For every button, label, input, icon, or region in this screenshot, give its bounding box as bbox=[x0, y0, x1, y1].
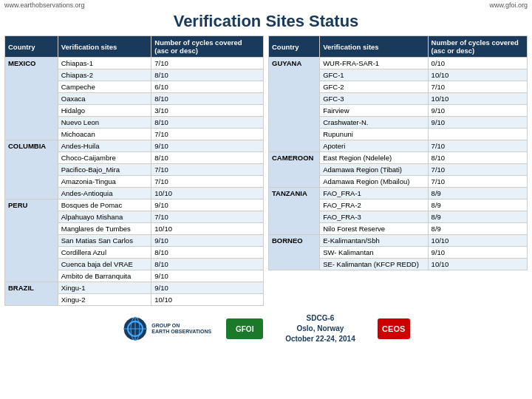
site-cell: Xingu-1 bbox=[58, 282, 151, 294]
cycles-cell: 8/10 bbox=[151, 117, 264, 129]
site-cell: Bosques de Pomac bbox=[58, 200, 151, 211]
country-cell: MEXICO bbox=[5, 58, 58, 140]
site-cell: East Region (Ndelele) bbox=[320, 152, 428, 164]
cycles-cell: 8/10 bbox=[151, 259, 264, 270]
site-cell: Pacifico-Bajo_Mira bbox=[58, 164, 151, 176]
cycles-cell: 9/10 bbox=[151, 282, 264, 294]
main-content: Country Verification sites Number of cyc… bbox=[0, 35, 532, 306]
site-cell: WUR-FRA-SAR-1 bbox=[320, 58, 428, 69]
site-cell: San Matias San Carlos bbox=[58, 235, 151, 247]
cycles-cell: 9/10 bbox=[428, 105, 527, 117]
site-cell: Chiapas-2 bbox=[58, 69, 151, 81]
top-bar: www.earthobservations.org www.gfoi.org bbox=[0, 0, 532, 10]
right-data-table: Country Verification sites Number of cyc… bbox=[268, 35, 528, 270]
site-cell: Nuevo Leon bbox=[58, 117, 151, 129]
right-table: Country Verification sites Number of cyc… bbox=[268, 35, 528, 306]
table-row: CAMEROONEast Region (Ndelele)8/10 bbox=[269, 152, 528, 164]
site-cell: Cuenca baja del VRAE bbox=[58, 259, 151, 270]
cycles-cell: 7/10 bbox=[151, 129, 264, 140]
site-cell: Apoteri bbox=[320, 140, 428, 152]
cycles-cell: 7/10 bbox=[151, 58, 264, 69]
event-name: SDCG-6 bbox=[307, 314, 335, 322]
cycles-cell: 9/10 bbox=[428, 117, 527, 129]
table-row: MEXICOChiapas-17/10 bbox=[5, 58, 264, 69]
site-cell: Fairview bbox=[320, 105, 428, 117]
table-row: GUYANAWUR-FRA-SAR-10/10 bbox=[269, 58, 528, 69]
cycles-cell: 8/10 bbox=[151, 247, 264, 259]
col-cycles-right: Number of cycles covered(asc or desc) bbox=[428, 36, 527, 58]
cycles-cell: 9/10 bbox=[151, 140, 264, 152]
cycles-cell: 10/10 bbox=[151, 188, 264, 200]
site-cell: Campeche bbox=[58, 81, 151, 93]
site-cell: Alpahuayo Mishana bbox=[58, 211, 151, 223]
country-cell: PERU bbox=[5, 200, 58, 282]
site-cell: Crashwater-N. bbox=[320, 117, 428, 129]
gfoi-logo: GFOI bbox=[226, 318, 263, 339]
geo-logo: GROUP ONEARTH OBSERVATIONS bbox=[122, 316, 211, 342]
cycles-cell: 8/10 bbox=[151, 69, 264, 81]
site-cell: GFC-1 bbox=[320, 69, 428, 81]
site-cell: Adamawa Region (Mbailou) bbox=[320, 176, 428, 188]
table-row: COLUMBIAAndes-Huila9/10 bbox=[5, 140, 264, 152]
country-cell: TANZANIA bbox=[269, 188, 320, 235]
site-cell: GFC-2 bbox=[320, 81, 428, 93]
cycles-cell: 10/10 bbox=[428, 93, 527, 105]
table-row: BORNEOE-Kalimantan/Sbh10/10 bbox=[269, 235, 528, 247]
site-cell: Choco-Caijambre bbox=[58, 152, 151, 164]
site-cell: FAO_FRA-1 bbox=[320, 188, 428, 200]
left-url: www.earthobservations.org bbox=[4, 1, 85, 9]
country-cell: GUYANA bbox=[269, 58, 320, 152]
site-cell: Rupununi bbox=[320, 129, 428, 140]
cycles-cell: 7/10 bbox=[428, 164, 527, 176]
site-cell: E-Kalimantan/Sbh bbox=[320, 235, 428, 247]
cycles-cell: 8/9 bbox=[428, 188, 527, 200]
site-cell: Adamawa Region (Tibati) bbox=[320, 164, 428, 176]
footer-text: SDCG-6 Oslo, Norway October 22-24, 2014 bbox=[285, 313, 355, 344]
cycles-cell: 0/10 bbox=[428, 58, 527, 69]
cycles-cell: 10/10 bbox=[428, 69, 527, 81]
footer: GROUP ONEARTH OBSERVATIONS GFOI SDCG-6 O… bbox=[0, 310, 532, 347]
cycles-cell: 10/10 bbox=[151, 294, 264, 306]
country-cell: COLUMBIA bbox=[5, 140, 58, 200]
cycles-cell: 8/10 bbox=[428, 152, 527, 164]
site-cell: Ambito de Barranquita bbox=[58, 270, 151, 282]
footer-logos-right: CEOS bbox=[378, 318, 410, 339]
col-cycles: Number of cycles covered(asc or desc) bbox=[151, 36, 264, 58]
col-country-right: Country bbox=[269, 36, 320, 58]
cycles-cell: 6/10 bbox=[151, 81, 264, 93]
cycles-cell: 9/10 bbox=[151, 235, 264, 247]
site-cell: SW- Kalimantan bbox=[320, 247, 428, 259]
country-cell: CAMEROON bbox=[269, 152, 320, 188]
site-cell: Oaxaca bbox=[58, 93, 151, 105]
event-dates: October 22-24, 2014 bbox=[285, 335, 355, 343]
cycles-cell bbox=[428, 129, 527, 140]
site-cell: Nilo Forest Reserve bbox=[320, 223, 428, 235]
cycles-cell: 7/10 bbox=[151, 176, 264, 188]
site-cell: Xingu-2 bbox=[58, 294, 151, 306]
col-sites-right: Verification sites bbox=[320, 36, 428, 58]
country-cell: BRAZIL bbox=[5, 282, 58, 306]
geo-icon bbox=[122, 316, 149, 342]
footer-logos: GROUP ONEARTH OBSERVATIONS GFOI bbox=[122, 316, 263, 342]
site-cell: Chiapas-1 bbox=[58, 58, 151, 69]
site-cell: GFC-3 bbox=[320, 93, 428, 105]
col-country: Country bbox=[5, 36, 58, 58]
right-url: www.gfoi.org bbox=[489, 1, 528, 9]
cycles-cell: 7/10 bbox=[151, 164, 264, 176]
left-table: Country Verification sites Number of cyc… bbox=[4, 35, 264, 306]
site-cell: Manglares de Tumbes bbox=[58, 223, 151, 235]
table-row: PERUBosques de Pomac9/10 bbox=[5, 200, 264, 211]
geo-text: GROUP ONEARTH OBSERVATIONS bbox=[151, 323, 211, 335]
cycles-cell: 10/10 bbox=[428, 259, 527, 270]
cycles-cell: 8/10 bbox=[151, 93, 264, 105]
event-location: Oslo, Norway bbox=[297, 324, 344, 332]
col-verification-sites: Verification sites bbox=[58, 36, 151, 58]
cycles-cell: 9/10 bbox=[428, 247, 527, 259]
site-cell: Amazonia-Tingua bbox=[58, 176, 151, 188]
ceos-logo: CEOS bbox=[378, 318, 410, 339]
site-cell: Andes-Huila bbox=[58, 140, 151, 152]
country-cell: BORNEO bbox=[269, 235, 320, 270]
table-row: BRAZILXingu-19/10 bbox=[5, 282, 264, 294]
cycles-cell: 8/9 bbox=[428, 211, 527, 223]
site-cell: Michoacan bbox=[58, 129, 151, 140]
